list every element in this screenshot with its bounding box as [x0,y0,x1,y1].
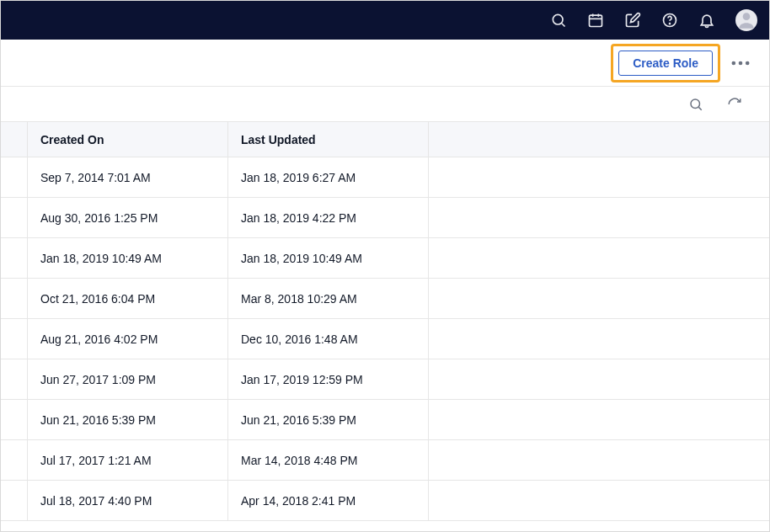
table-row[interactable]: Jan 18, 2019 10:49 AMJan 18, 2019 10:49 … [1,238,769,279]
cell-last-updated: Jan 18, 2019 10:49 AM [228,238,429,278]
page-header: Create Role [1,40,769,87]
table-toolbar [1,87,769,122]
cell-created-on: Jul 18, 2017 4:40 PM [28,481,228,520]
table-row[interactable]: Aug 30, 2016 1:25 PMJan 18, 2019 4:22 PM [1,198,769,238]
cell-empty [429,440,769,480]
edit-icon[interactable] [624,12,641,29]
roles-table: Created On Last Updated Sep 7, 2014 7:01… [1,122,769,521]
cell-created-on: Jun 27, 2017 1:09 PM [28,359,228,399]
cell-last-updated: Mar 14, 2018 4:48 PM [228,440,429,480]
svg-point-11 [746,61,750,65]
more-actions-button[interactable] [729,51,752,75]
svg-point-0 [553,14,563,24]
column-header-empty [429,122,769,157]
svg-point-9 [732,61,736,65]
column-header-last-updated[interactable]: Last Updated [228,122,429,157]
svg-point-8 [743,13,751,20]
cell-empty [429,279,769,318]
cell-last-updated: Jan 18, 2019 6:27 AM [228,157,429,197]
table-row[interactable]: Oct 21, 2016 6:04 PMMar 8, 2018 10:29 AM [1,279,769,319]
row-spacer [1,198,28,237]
column-header-created-on[interactable]: Created On [28,122,228,157]
row-spacer [1,400,28,439]
row-spacer [1,238,28,278]
create-role-button[interactable]: Create Role [618,51,713,76]
calendar-icon[interactable] [587,12,604,29]
row-spacer [1,440,28,480]
bell-icon[interactable] [698,12,715,29]
row-spacer [1,157,28,197]
row-spacer [1,319,28,359]
cell-created-on: Jun 21, 2016 5:39 PM [28,400,228,439]
cell-empty [429,198,769,237]
help-icon[interactable] [661,12,678,29]
cell-created-on: Aug 21, 2016 4:02 PM [28,319,228,359]
row-spacer [1,481,28,520]
table-body: Sep 7, 2014 7:01 AMJan 18, 2019 6:27 AMA… [1,157,769,521]
cell-created-on: Aug 30, 2016 1:25 PM [28,198,228,237]
highlight-annotation: Create Role [611,44,720,82]
refresh-icon[interactable] [727,97,742,112]
cell-empty [429,319,769,359]
cell-empty [429,359,769,399]
cell-empty [429,481,769,520]
svg-point-12 [691,99,700,109]
svg-rect-2 [590,15,602,26]
table-search-icon[interactable] [688,97,703,112]
svg-line-13 [698,107,701,109]
svg-point-7 [670,24,671,24]
cell-created-on: Sep 7, 2014 7:01 AM [28,157,228,197]
cell-last-updated: Jan 17, 2019 12:59 PM [228,359,429,399]
table-row[interactable]: Jun 21, 2016 5:39 PMJun 21, 2016 5:39 PM [1,400,769,440]
top-nav [1,1,769,40]
table-row[interactable]: Sep 7, 2014 7:01 AMJan 18, 2019 6:27 AM [1,157,769,198]
cell-created-on: Jul 17, 2017 1:21 AM [28,440,228,480]
row-spacer [1,359,28,399]
cell-last-updated: Dec 10, 2016 1:48 AM [228,319,429,359]
table-row[interactable]: Aug 21, 2016 4:02 PMDec 10, 2016 1:48 AM [1,319,769,359]
table-row[interactable]: Jun 27, 2017 1:09 PMJan 17, 2019 12:59 P… [1,359,769,400]
search-icon[interactable] [550,12,567,29]
table-row[interactable]: Jul 18, 2017 4:40 PMApr 14, 2018 2:41 PM [1,481,769,521]
app-frame: Create Role Created On Last Updated [0,0,770,532]
cell-last-updated: Mar 8, 2018 10:29 AM [228,279,429,318]
table-row[interactable]: Jul 17, 2017 1:21 AMMar 14, 2018 4:48 PM [1,440,769,481]
avatar[interactable] [735,9,757,31]
table-header: Created On Last Updated [1,122,769,157]
cell-created-on: Oct 21, 2016 6:04 PM [28,279,228,318]
cell-last-updated: Jun 21, 2016 5:39 PM [228,400,429,439]
cell-empty [429,238,769,278]
svg-point-10 [739,61,743,65]
cell-empty [429,157,769,197]
cell-last-updated: Apr 14, 2018 2:41 PM [228,481,429,520]
cell-last-updated: Jan 18, 2019 4:22 PM [228,198,429,237]
cell-empty [429,400,769,439]
spacer-column [1,122,28,157]
row-spacer [1,279,28,318]
cell-created-on: Jan 18, 2019 10:49 AM [28,238,228,278]
svg-line-1 [562,24,565,27]
